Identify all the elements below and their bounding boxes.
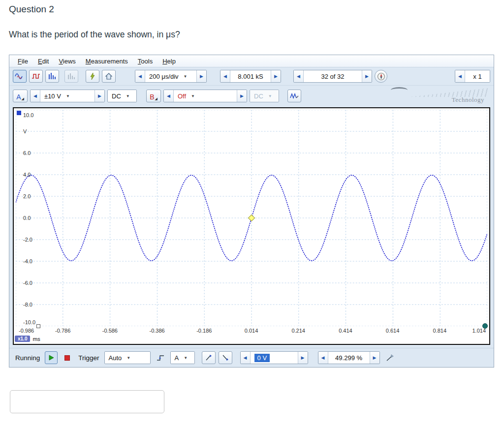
samples-field[interactable]: 8.001 kS xyxy=(230,70,271,82)
play-icon xyxy=(48,355,54,361)
probe-setup-button[interactable] xyxy=(86,70,99,83)
x-tick-label: 0.614 xyxy=(386,328,400,334)
buffer-overview-button[interactable] xyxy=(375,70,387,83)
stop-button[interactable] xyxy=(61,351,73,364)
trigger-edge-button[interactable] xyxy=(154,351,167,364)
samples-control: ◀ 8.001 kS ▶ xyxy=(220,70,281,83)
trigger-level-control: ◀ 0 V ▶ xyxy=(240,351,308,364)
channel-a-coupling-control: DC ▼ xyxy=(107,90,137,102)
chevron-down-icon: ▼ xyxy=(268,94,272,98)
persistence-mode-button[interactable] xyxy=(64,70,78,83)
buffer-previous-button[interactable]: ◀ xyxy=(294,70,304,82)
signal-generator-button[interactable] xyxy=(287,90,301,102)
pretrigger-decrease-button[interactable]: ◀ xyxy=(318,352,328,364)
x-tick-label: 0.414 xyxy=(339,328,352,334)
menu-item-measurements[interactable]: Measurements xyxy=(81,57,132,66)
channel-a-marker[interactable] xyxy=(17,111,21,115)
x-tick-label: -0.386 xyxy=(149,328,164,334)
trigger-marker-rising-button[interactable] xyxy=(202,351,216,364)
x-tick-label: -0.586 xyxy=(102,328,118,334)
chevron-down-icon: ▼ xyxy=(184,74,188,79)
trigger-mode-value: Auto xyxy=(109,354,122,362)
scope-mode-button[interactable] xyxy=(13,70,27,83)
zoom-value: x 1 xyxy=(473,73,481,80)
channel-b-range-decrease-button[interactable]: ◀ xyxy=(164,90,174,102)
menu-item-views[interactable]: Views xyxy=(54,57,80,66)
timebase-increase-button[interactable]: ▶ xyxy=(196,70,206,82)
marker-falling-icon xyxy=(222,354,229,361)
pico-swoosh-arc xyxy=(391,87,408,93)
channel-b-range-dropdown[interactable]: Off ▼ xyxy=(174,90,237,102)
trigger-level-field[interactable]: 0 V xyxy=(251,352,298,364)
channel-b-range-control: ◀ Off ▼ ▶ xyxy=(163,90,247,102)
samples-increase-button[interactable]: ▶ xyxy=(271,70,281,82)
menu-item-tools[interactable]: Tools xyxy=(133,57,157,66)
trigger-label: Trigger xyxy=(76,354,101,362)
buffer-value: 32 of 32 xyxy=(321,73,345,80)
timebase-control: ◀ 200 μs/div ▼ ▶ xyxy=(135,70,207,83)
x-tick-label: -0.186 xyxy=(196,328,212,334)
channel-a-range-decrease-button[interactable]: ◀ xyxy=(31,90,40,102)
question-title: Question 2 xyxy=(9,4,504,15)
x-tick-label: 0.814 xyxy=(433,328,447,334)
channel-b-range-increase-button[interactable]: ▶ xyxy=(237,90,247,102)
samples-decrease-button[interactable]: ◀ xyxy=(220,70,230,82)
channel-a-range-increase-button[interactable]: ▶ xyxy=(94,90,104,102)
trigger-level-decrease-button[interactable]: ◀ xyxy=(241,352,251,364)
spectrum-mode-button[interactable] xyxy=(45,70,59,83)
buffer-next-button[interactable]: ▶ xyxy=(362,70,372,82)
x-tick-label: -0.986 xyxy=(19,328,34,334)
quiz-page: Question 2 What is the period of the wav… xyxy=(0,0,504,413)
channel-a-range-dropdown[interactable]: ±10 V ▼ xyxy=(40,90,94,102)
chevron-down-icon: ▼ xyxy=(66,94,70,98)
menu-item-edit[interactable]: Edit xyxy=(33,57,53,66)
channel-b-state-value: Off xyxy=(178,92,186,100)
x-axis-labels: -0.986-0.786-0.586-0.386-0.1860.0140.214… xyxy=(16,326,487,335)
timebase-decrease-button[interactable]: ◀ xyxy=(135,70,145,82)
channel-b-button[interactable]: B ◢ xyxy=(146,90,161,102)
trigger-marker-falling-button[interactable] xyxy=(219,351,232,364)
trigger-level-value: 0 V xyxy=(254,354,270,362)
timebase-value: 200 μs/div xyxy=(149,73,179,80)
pretrigger-value: 49.299 % xyxy=(335,354,362,362)
home-icon xyxy=(105,72,113,80)
trigger-source-dropdown[interactable]: A ▼ xyxy=(171,352,194,364)
answer-input[interactable] xyxy=(10,390,164,413)
marker-drag-button[interactable] xyxy=(383,351,397,364)
home-button[interactable] xyxy=(102,70,116,83)
timebase-dropdown[interactable]: 200 μs/div ▼ xyxy=(145,70,196,82)
start-button[interactable] xyxy=(45,351,58,364)
marker-rising-icon xyxy=(205,354,212,361)
x-tick-label: 0.214 xyxy=(291,328,305,334)
zoom-field[interactable]: x 1 xyxy=(465,70,490,82)
channel-a-coupling-value: DC xyxy=(112,92,121,100)
pretrigger-field[interactable]: 49.299 % xyxy=(328,352,370,364)
channels-toolbar: A ◢ ◀ ±10 V ▼ ▶ DC ▼ B ◢ xyxy=(9,86,494,106)
menu-bar: FileEditViewsMeasurementsToolsHelp xyxy=(9,55,494,67)
trigger-source-control: A ▼ xyxy=(170,351,195,364)
awg-wave-icon xyxy=(290,92,299,100)
channel-a-button[interactable]: A ◢ xyxy=(13,90,28,102)
buffer-field[interactable]: 32 of 32 xyxy=(304,70,362,82)
chevron-down-icon: ▼ xyxy=(191,94,195,98)
pico-watermark-text: Technology xyxy=(452,96,484,104)
x-axis-unit-row: x1.0 ms xyxy=(14,335,489,344)
compass-icon xyxy=(377,72,385,81)
scope-plot-svg xyxy=(16,110,487,326)
channel-b-coupling-dropdown[interactable]: DC ▼ xyxy=(250,90,279,102)
channel-a-coupling-dropdown[interactable]: DC ▼ xyxy=(108,90,136,102)
flag-pencil-icon xyxy=(386,354,394,362)
trigger-mode-dropdown[interactable]: Auto ▼ xyxy=(105,352,150,364)
trigger-level-increase-button[interactable]: ▶ xyxy=(298,352,308,364)
pen-corner-icon: ◢ xyxy=(155,97,157,101)
menu-item-help[interactable]: Help xyxy=(158,57,180,66)
plot-area[interactable]: 10.0V6.04.02.00.0-2.0-4.0-6.0-8.0-10.0 xyxy=(16,110,487,326)
channel-a-range-control: ◀ ±10 V ▼ ▶ xyxy=(30,90,105,102)
x-axis-unit: ms xyxy=(32,336,40,342)
square-wave-mode-button[interactable] xyxy=(29,70,43,83)
zoom-decrease-button[interactable]: ◀ xyxy=(455,70,465,82)
trigger-source-value: A xyxy=(175,354,179,362)
menu-item-file[interactable]: File xyxy=(13,57,32,66)
pretrigger-increase-button[interactable]: ▶ xyxy=(370,352,379,364)
x-tick-label: 0.014 xyxy=(245,328,258,334)
